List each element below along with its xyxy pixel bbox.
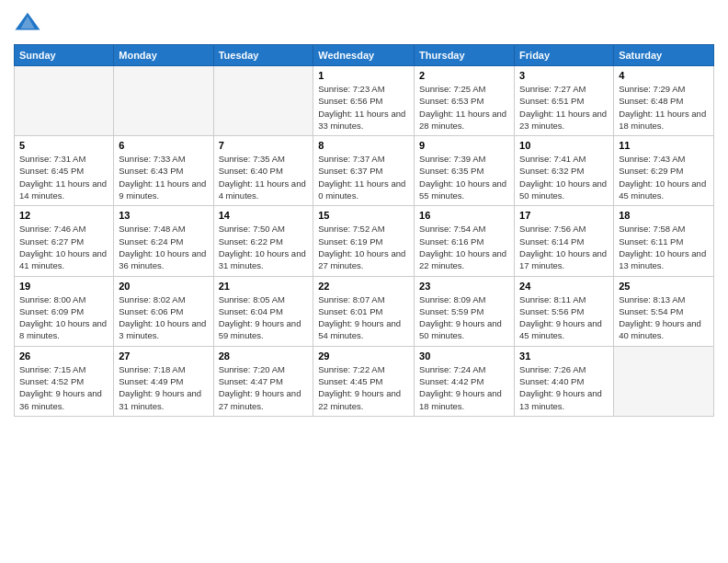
day-number: 8 (318, 140, 409, 151)
calendar-cell: 3Sunrise: 7:27 AM Sunset: 6:51 PM Daylig… (515, 66, 614, 136)
day-info: Sunrise: 7:27 AM Sunset: 6:51 PM Dayligh… (519, 83, 609, 132)
calendar-cell: 27Sunrise: 7:18 AM Sunset: 4:49 PM Dayli… (114, 346, 213, 416)
week-row-4: 26Sunrise: 7:15 AM Sunset: 4:52 PM Dayli… (15, 346, 714, 416)
weekday-header-friday: Friday (515, 45, 614, 66)
week-row-1: 5Sunrise: 7:31 AM Sunset: 6:45 PM Daylig… (15, 136, 714, 206)
calendar-cell: 21Sunrise: 8:05 AM Sunset: 6:04 PM Dayli… (213, 276, 313, 346)
weekday-header-tuesday: Tuesday (213, 45, 313, 66)
day-info: Sunrise: 7:37 AM Sunset: 6:37 PM Dayligh… (318, 153, 409, 201)
weekday-header-wednesday: Wednesday (313, 45, 415, 66)
day-info: Sunrise: 7:31 AM Sunset: 6:45 PM Dayligh… (19, 153, 108, 201)
calendar-cell: 26Sunrise: 7:15 AM Sunset: 4:52 PM Dayli… (15, 346, 114, 416)
day-info: Sunrise: 7:41 AM Sunset: 6:32 PM Dayligh… (519, 153, 609, 201)
day-number: 3 (519, 70, 609, 81)
header (14, 9, 714, 37)
day-number: 7 (219, 140, 309, 151)
day-number: 14 (219, 210, 309, 221)
calendar-cell: 12Sunrise: 7:46 AM Sunset: 6:27 PM Dayli… (15, 206, 114, 276)
day-info: Sunrise: 8:02 AM Sunset: 6:06 PM Dayligh… (119, 293, 208, 342)
day-info: Sunrise: 7:50 AM Sunset: 6:22 PM Dayligh… (219, 223, 309, 271)
calendar-cell: 2Sunrise: 7:25 AM Sunset: 6:53 PM Daylig… (415, 66, 515, 136)
calendar-cell: 14Sunrise: 7:50 AM Sunset: 6:22 PM Dayli… (213, 206, 313, 276)
logo (14, 9, 45, 37)
calendar-cell: 11Sunrise: 7:43 AM Sunset: 6:29 PM Dayli… (614, 136, 714, 206)
day-number: 27 (119, 350, 208, 362)
day-number: 11 (619, 140, 709, 151)
day-number: 2 (419, 70, 509, 81)
weekday-header-sunday: Sunday (15, 45, 114, 66)
day-info: Sunrise: 8:13 AM Sunset: 5:54 PM Dayligh… (619, 293, 709, 342)
day-info: Sunrise: 8:05 AM Sunset: 6:04 PM Dayligh… (219, 293, 309, 342)
day-number: 5 (19, 140, 108, 151)
day-info: Sunrise: 7:24 AM Sunset: 4:42 PM Dayligh… (419, 363, 509, 412)
calendar-table: SundayMondayTuesdayWednesdayThursdayFrid… (14, 44, 714, 417)
day-number: 24 (519, 281, 609, 292)
day-number: 4 (619, 70, 709, 81)
calendar-cell: 9Sunrise: 7:39 AM Sunset: 6:35 PM Daylig… (415, 136, 515, 206)
day-info: Sunrise: 8:07 AM Sunset: 6:01 PM Dayligh… (318, 293, 409, 342)
calendar-cell: 24Sunrise: 8:11 AM Sunset: 5:56 PM Dayli… (515, 276, 614, 346)
calendar-cell: 28Sunrise: 7:20 AM Sunset: 4:47 PM Dayli… (213, 346, 313, 416)
page: SundayMondayTuesdayWednesdayThursdayFrid… (0, 0, 728, 563)
day-info: Sunrise: 7:39 AM Sunset: 6:35 PM Dayligh… (419, 153, 509, 201)
calendar-cell: 8Sunrise: 7:37 AM Sunset: 6:37 PM Daylig… (313, 136, 415, 206)
calendar-cell: 29Sunrise: 7:22 AM Sunset: 4:45 PM Dayli… (313, 346, 415, 416)
day-number: 1 (318, 70, 409, 81)
day-number: 12 (19, 210, 108, 221)
day-info: Sunrise: 7:54 AM Sunset: 6:16 PM Dayligh… (419, 223, 509, 271)
day-info: Sunrise: 7:35 AM Sunset: 6:40 PM Dayligh… (219, 153, 309, 201)
day-number: 29 (318, 350, 409, 362)
day-number: 28 (219, 350, 309, 362)
calendar-cell: 15Sunrise: 7:52 AM Sunset: 6:19 PM Dayli… (313, 206, 415, 276)
day-info: Sunrise: 8:00 AM Sunset: 6:09 PM Dayligh… (19, 293, 108, 342)
calendar-cell (213, 66, 313, 136)
day-info: Sunrise: 7:29 AM Sunset: 6:48 PM Dayligh… (619, 83, 709, 132)
week-row-2: 12Sunrise: 7:46 AM Sunset: 6:27 PM Dayli… (15, 206, 714, 276)
calendar-cell: 22Sunrise: 8:07 AM Sunset: 6:01 PM Dayli… (313, 276, 415, 346)
calendar-cell: 13Sunrise: 7:48 AM Sunset: 6:24 PM Dayli… (114, 206, 213, 276)
day-number: 13 (119, 210, 208, 221)
day-info: Sunrise: 7:23 AM Sunset: 6:56 PM Dayligh… (318, 83, 409, 132)
calendar-cell (114, 66, 213, 136)
weekday-header-saturday: Saturday (614, 45, 714, 66)
calendar-cell: 1Sunrise: 7:23 AM Sunset: 6:56 PM Daylig… (313, 66, 415, 136)
weekday-header-monday: Monday (114, 45, 213, 66)
day-info: Sunrise: 7:20 AM Sunset: 4:47 PM Dayligh… (219, 363, 309, 412)
day-info: Sunrise: 7:22 AM Sunset: 4:45 PM Dayligh… (318, 363, 409, 412)
calendar-cell: 17Sunrise: 7:56 AM Sunset: 6:14 PM Dayli… (515, 206, 614, 276)
week-row-0: 1Sunrise: 7:23 AM Sunset: 6:56 PM Daylig… (15, 66, 714, 136)
calendar-cell: 18Sunrise: 7:58 AM Sunset: 6:11 PM Dayli… (614, 206, 714, 276)
day-number: 15 (318, 210, 409, 221)
day-info: Sunrise: 7:15 AM Sunset: 4:52 PM Dayligh… (19, 363, 108, 412)
day-number: 9 (419, 140, 509, 151)
day-number: 21 (219, 281, 309, 292)
day-number: 20 (119, 281, 208, 292)
weekday-header-thursday: Thursday (415, 45, 515, 66)
day-number: 6 (119, 140, 208, 151)
day-number: 10 (519, 140, 609, 151)
day-info: Sunrise: 7:52 AM Sunset: 6:19 PM Dayligh… (318, 223, 409, 271)
day-number: 22 (318, 281, 409, 292)
day-number: 30 (419, 350, 509, 362)
day-info: Sunrise: 7:46 AM Sunset: 6:27 PM Dayligh… (19, 223, 108, 271)
calendar-cell: 19Sunrise: 8:00 AM Sunset: 6:09 PM Dayli… (15, 276, 114, 346)
day-info: Sunrise: 7:48 AM Sunset: 6:24 PM Dayligh… (119, 223, 208, 271)
day-info: Sunrise: 7:25 AM Sunset: 6:53 PM Dayligh… (419, 83, 509, 132)
day-info: Sunrise: 7:58 AM Sunset: 6:11 PM Dayligh… (619, 223, 709, 271)
day-info: Sunrise: 7:56 AM Sunset: 6:14 PM Dayligh… (519, 223, 609, 271)
day-info: Sunrise: 8:11 AM Sunset: 5:56 PM Dayligh… (519, 293, 609, 342)
calendar-cell: 30Sunrise: 7:24 AM Sunset: 4:42 PM Dayli… (415, 346, 515, 416)
calendar-cell: 20Sunrise: 8:02 AM Sunset: 6:06 PM Dayli… (114, 276, 213, 346)
calendar-cell: 31Sunrise: 7:26 AM Sunset: 4:40 PM Dayli… (515, 346, 614, 416)
logo-icon (14, 9, 41, 37)
calendar-cell (614, 346, 714, 416)
weekday-header-row: SundayMondayTuesdayWednesdayThursdayFrid… (15, 45, 714, 66)
calendar-cell: 23Sunrise: 8:09 AM Sunset: 5:59 PM Dayli… (415, 276, 515, 346)
calendar-cell: 6Sunrise: 7:33 AM Sunset: 6:43 PM Daylig… (114, 136, 213, 206)
calendar-cell: 5Sunrise: 7:31 AM Sunset: 6:45 PM Daylig… (15, 136, 114, 206)
day-number: 31 (519, 350, 609, 362)
day-number: 23 (419, 281, 509, 292)
day-number: 26 (19, 350, 108, 362)
day-number: 16 (419, 210, 509, 221)
day-info: Sunrise: 7:43 AM Sunset: 6:29 PM Dayligh… (619, 153, 709, 201)
